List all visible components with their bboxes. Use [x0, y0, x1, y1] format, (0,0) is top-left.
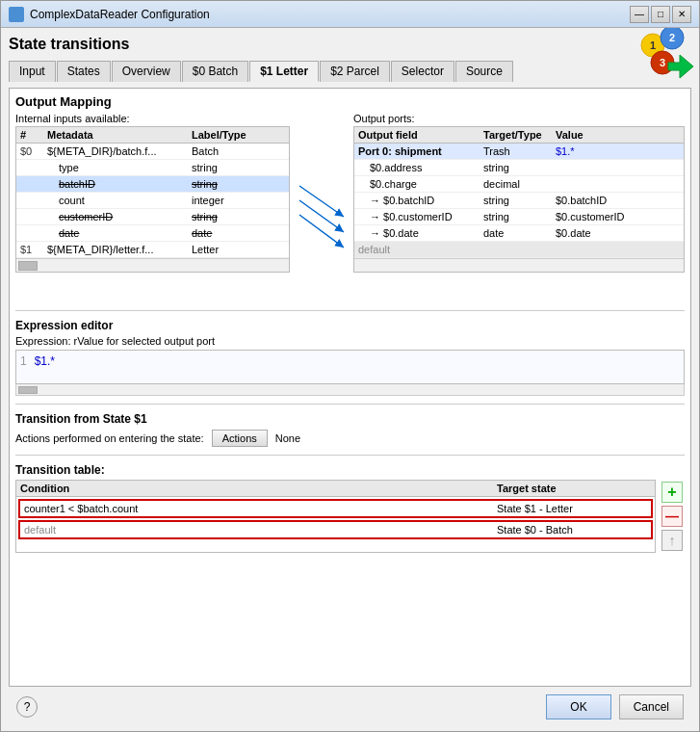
- page-title: State transitions: [9, 36, 691, 53]
- tt-row-2[interactable]: default State $0 - Batch: [18, 520, 653, 539]
- port-label: Port 0: shipment: [358, 145, 483, 157]
- svg-line-8: [299, 200, 344, 232]
- cell-label: string: [192, 211, 285, 222]
- table-row[interactable]: batchID string: [16, 176, 289, 193]
- transition-table-title: Transition table:: [15, 463, 685, 477]
- horizontal-scrollbar[interactable]: [16, 258, 289, 272]
- right-mapping-panel: Output ports: Output field Target/Type V…: [353, 113, 685, 273]
- output-ports-label: Output ports:: [353, 113, 685, 124]
- targetstate-cell: State $1 - Letter: [497, 503, 647, 514]
- right-scrollbar[interactable]: [354, 258, 684, 272]
- none-text: None: [275, 432, 300, 444]
- divider1: [15, 310, 685, 311]
- tt-row-1[interactable]: counter1 < $batch.count State $1 - Lette…: [18, 499, 653, 518]
- tab-s2parcel[interactable]: $2 Parcel: [320, 61, 390, 82]
- corner-graphic: 1 2 3: [635, 28, 695, 88]
- transition-table-container: Condition Target state counter1 < $batch…: [15, 480, 685, 553]
- window-controls: — □ ✕: [630, 6, 691, 23]
- svg-text:2: 2: [669, 32, 675, 43]
- output-mapping-title: Output Mapping: [15, 94, 685, 109]
- table-row: $1 ${META_DIR}/letter.f... Letter: [16, 242, 289, 258]
- arrows-area: [298, 147, 346, 304]
- port-value: $1.*: [556, 145, 680, 157]
- tab-overview[interactable]: Overview: [112, 61, 181, 82]
- ok-button[interactable]: OK: [546, 694, 610, 719]
- cell-meta: date: [47, 227, 192, 239]
- col-labeltype: Label/Type: [192, 129, 272, 141]
- svg-line-9: [299, 215, 344, 248]
- table-row: type string: [16, 160, 289, 176]
- remove-row-button[interactable]: —: [661, 506, 683, 527]
- col-condition: Condition: [20, 483, 497, 494]
- cell-meta: count: [47, 195, 192, 206]
- output-mapping-section: Output Mapping Internal inputs available…: [15, 94, 685, 304]
- minimize-button[interactable]: —: [630, 6, 649, 23]
- tab-states[interactable]: States: [57, 61, 111, 82]
- field-value: $0.batchID: [556, 195, 680, 206]
- right-table: Output field Target/Type Value Port 0: s…: [353, 126, 685, 273]
- left-table: # Metadata Label/Type $0 ${META_DIR}: [15, 126, 290, 273]
- actions-button[interactable]: Actions: [212, 430, 268, 447]
- cell-meta: batchID: [47, 178, 192, 190]
- divider2: [15, 404, 685, 405]
- target-type: string: [483, 211, 556, 222]
- cancel-button[interactable]: Cancel: [619, 694, 684, 719]
- field-name: default: [358, 244, 483, 255]
- dialog-buttons: OK Cancel: [546, 694, 684, 719]
- table-row: count integer: [16, 193, 289, 209]
- cell-label: string: [192, 162, 285, 173]
- tab-input[interactable]: Input: [9, 61, 56, 82]
- cell-hash: [20, 227, 47, 239]
- tab-s1letter[interactable]: $1 Letter: [249, 61, 319, 82]
- maximize-button[interactable]: □: [651, 6, 670, 23]
- expr-editor-title: Expression editor: [15, 319, 685, 332]
- close-button[interactable]: ✕: [672, 6, 691, 23]
- help-button[interactable]: ?: [16, 696, 38, 718]
- field-value: $0.date: [556, 227, 680, 239]
- field-name: $0.charge: [358, 178, 483, 190]
- cell-hash: [20, 162, 47, 173]
- left-mapping-panel: Internal inputs available: # Metadata La…: [15, 113, 290, 273]
- expr-editor-body[interactable]: 1 $1.*: [15, 350, 685, 384]
- mapping-tables-container: Internal inputs available: # Metadata La…: [15, 113, 685, 304]
- table-row: default: [354, 242, 684, 258]
- expr-scrollbar[interactable]: [15, 384, 685, 396]
- field-value: [556, 178, 680, 190]
- transition-table-section: Transition table: Condition Target state…: [15, 463, 685, 553]
- target-type: date: [483, 227, 556, 239]
- svg-line-7: [299, 186, 344, 217]
- cell-label: string: [192, 178, 285, 190]
- target-type: decimal: [483, 178, 556, 190]
- col-outputfield: Output field: [358, 129, 483, 141]
- field-value: $0.customerID: [556, 211, 680, 222]
- col-hash: #: [20, 129, 47, 141]
- tab-selector[interactable]: Selector: [391, 61, 454, 82]
- cell-label: date: [192, 227, 285, 239]
- move-up-button[interactable]: ↑: [661, 530, 683, 551]
- cell-hash: [20, 211, 47, 222]
- add-row-button[interactable]: +: [661, 482, 683, 503]
- connection-arrows: [298, 147, 346, 301]
- target-type: [483, 244, 556, 255]
- divider3: [15, 455, 685, 456]
- app-icon: [9, 7, 24, 22]
- right-table-header: Output field Target/Type Value: [354, 127, 684, 144]
- expr-editor-label: Expression: rValue for selected output p…: [15, 335, 685, 347]
- actions-row: Actions performed on entering the state:…: [15, 430, 685, 447]
- field-value: [556, 244, 680, 255]
- cell-hash: $1: [20, 244, 47, 255]
- col-targettype: Target/Type: [483, 129, 556, 141]
- tab-source[interactable]: Source: [455, 61, 513, 82]
- table-row: date date: [16, 225, 289, 242]
- condition-cell: counter1 < $batch.count: [24, 503, 497, 514]
- field-name: → $0.batchID: [358, 195, 483, 206]
- expr-scroll-thumb: [18, 386, 38, 394]
- condition-cell: default: [24, 524, 497, 536]
- cell-label: integer: [192, 195, 285, 206]
- port-row: Port 0: shipment Trash $1.*: [354, 144, 684, 160]
- svg-text:3: 3: [660, 57, 665, 68]
- tab-s0batch[interactable]: $0 Batch: [182, 61, 248, 82]
- tabs-bar: Input States Overview $0 Batch $1 Letter…: [9, 61, 691, 82]
- title-bar: ComplexDataReader Configuration — □ ✕: [1, 1, 699, 28]
- table-row: → $0.customerID string $0.customerID: [354, 209, 684, 225]
